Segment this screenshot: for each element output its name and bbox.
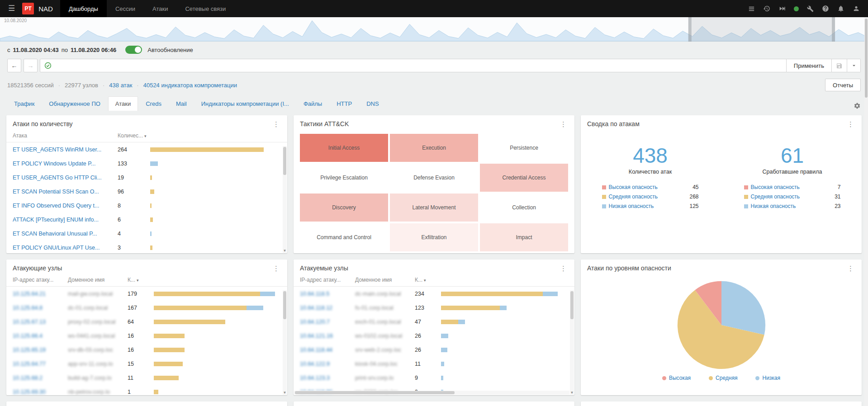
attack-name-link[interactable]: ET USER_AGENTS Go HTTP Cli... xyxy=(13,175,118,181)
user-icon[interactable] xyxy=(853,5,860,12)
node-ip-link[interactable]: 10.125.64.21 xyxy=(13,291,68,297)
node-ip-link[interactable]: 10.125.64.8 xyxy=(13,305,68,311)
card-menu-button[interactable]: ⋮ xyxy=(559,121,568,127)
attack-row: ET POLICY GNU/Linux APT Use...3 xyxy=(6,241,287,253)
tab-8[interactable]: DNS xyxy=(360,97,385,111)
nav-item-2[interactable]: Атаки xyxy=(144,0,176,17)
node-ip-link[interactable]: 10.125.69.30 xyxy=(13,389,68,395)
page-scrollbar[interactable] xyxy=(864,17,868,406)
node-ip-link[interactable]: 10.64.118.44 xyxy=(300,347,355,353)
traffic-timeline[interactable]: 10.08.2020 xyxy=(0,17,868,42)
node-ip-link[interactable]: 10.64.122.9 xyxy=(300,361,355,367)
nav-item-3[interactable]: Сетевые связи xyxy=(176,0,234,17)
attack-name-link[interactable]: ET POLICY Windows Update P... xyxy=(13,161,118,167)
stat-item-3[interactable]: 40524 индикатора компрометации xyxy=(143,82,237,89)
tactic-tile-0[interactable]: Initial Access xyxy=(300,134,388,162)
vertical-scrollbar[interactable]: ▼ xyxy=(570,290,574,395)
tactic-tile-1[interactable]: Execution xyxy=(390,134,478,162)
tab-5[interactable]: Индикаторы компрометации (I... xyxy=(194,97,296,111)
tactic-tile-5[interactable]: Credential Access xyxy=(480,164,568,192)
node-ip-link[interactable]: 10.125.65.19 xyxy=(13,347,68,353)
attack-name-link[interactable]: ET POLICY GNU/Linux APT Use... xyxy=(13,245,118,251)
node-ip-link[interactable]: 10.125.67.13 xyxy=(13,319,68,325)
tab-0[interactable]: Трафик xyxy=(7,97,41,111)
node-ip-link[interactable]: 10.125.66.4 xyxy=(13,333,68,339)
card-menu-button[interactable]: ⋮ xyxy=(846,265,855,272)
card-menu-button[interactable]: ⋮ xyxy=(846,121,855,127)
col-ip[interactable]: IP-адрес атаку... xyxy=(300,277,355,283)
tactic-tile-3[interactable]: Privilege Escalation xyxy=(300,164,388,192)
help-icon[interactable] xyxy=(822,5,829,12)
filter-forward-button[interactable]: → xyxy=(24,59,38,72)
col-count[interactable]: Количес...▾ xyxy=(118,132,150,139)
col-domain[interactable]: Доменное имя xyxy=(68,277,128,283)
history-icon[interactable] xyxy=(763,5,770,12)
skip-forward-icon[interactable] xyxy=(778,5,786,12)
card-menu-button[interactable]: ⋮ xyxy=(271,265,281,272)
col-domain[interactable]: Доменное имя xyxy=(355,277,415,283)
vertical-scrollbar[interactable]: ▼ xyxy=(283,146,287,253)
node-ip-link[interactable]: 10.125.64.77 xyxy=(13,361,68,367)
filter-query-input[interactable] xyxy=(55,62,782,69)
node-ip-link[interactable]: 10.64.118.5 xyxy=(300,291,355,297)
attack-name-link[interactable]: ET SCAN Behavioral Unusual P... xyxy=(13,231,118,237)
attack-name-link[interactable]: ET SCAN Potential SSH Scan O... xyxy=(13,189,118,195)
list-icon[interactable] xyxy=(748,5,755,12)
tab-4[interactable]: Mail xyxy=(169,97,194,111)
pie-legend-item-2[interactable]: Низкая xyxy=(755,375,780,381)
node-ip-link[interactable]: 10.125.68.2 xyxy=(13,375,68,381)
autorefresh-toggle[interactable] xyxy=(125,46,142,54)
tactic-tile-6[interactable]: Discovery xyxy=(300,194,388,222)
stat-item-2[interactable]: 438 атак xyxy=(109,82,132,89)
node-ip-link[interactable]: 10.64.120.7 xyxy=(300,319,355,325)
node-ip-link[interactable]: 10.64.118.12 xyxy=(300,305,355,311)
legend-label[interactable]: Низкая опасность xyxy=(751,203,832,209)
tactic-tile-11[interactable]: Impact xyxy=(480,223,568,251)
col-count[interactable]: К...▾ xyxy=(128,277,154,283)
attack-name-link[interactable]: ATTACK [PTsecurity] ENUM info... xyxy=(13,217,118,223)
node-row: 10.64.121.16ws-0102.corp.local26 xyxy=(294,329,574,343)
legend-label[interactable]: Средняя опасность xyxy=(751,194,832,200)
attack-name-link[interactable]: ET USER_AGENTS WinRM User... xyxy=(13,146,118,153)
filter-dropdown-button[interactable] xyxy=(847,59,861,72)
nav-item-1[interactable]: Сессии xyxy=(107,0,144,17)
legend-label[interactable]: Низкая опасность xyxy=(609,203,687,209)
tactic-tile-7[interactable]: Lateral Movement xyxy=(390,194,478,222)
pie-legend-item-0[interactable]: Высокая xyxy=(662,375,691,381)
tactic-tile-8[interactable]: Collection xyxy=(480,194,568,222)
apply-button[interactable]: Применить xyxy=(787,59,832,72)
reports-button[interactable]: Отчеты xyxy=(825,79,861,91)
node-ip-link[interactable]: 10.64.123.3 xyxy=(300,375,355,381)
tab-1[interactable]: Обнаруженное ПО xyxy=(42,97,107,111)
legend-label[interactable]: Высокая опасность xyxy=(751,184,835,190)
wrench-icon[interactable] xyxy=(807,5,814,12)
card-menu-button[interactable]: ⋮ xyxy=(271,121,281,127)
col-attack[interactable]: Атака xyxy=(13,132,118,139)
tactic-tile-10[interactable]: Exfiltration xyxy=(390,223,478,251)
tab-2[interactable]: Атаки xyxy=(108,96,138,111)
col-count[interactable]: К...▾ xyxy=(415,277,441,283)
tactic-tile-2[interactable]: Persistence xyxy=(480,134,568,162)
hamburger-menu-icon[interactable]: ☰ xyxy=(4,0,19,17)
dashboard-settings-gear-icon[interactable] xyxy=(854,102,861,111)
legend-label[interactable]: Средняя опасность xyxy=(609,194,687,200)
bell-icon[interactable] xyxy=(837,5,844,12)
filter-back-button[interactable]: ← xyxy=(7,59,21,72)
vertical-scrollbar[interactable]: ▼ xyxy=(283,290,287,395)
node-ip-link[interactable]: 10.64.121.16 xyxy=(300,333,355,339)
node-row: 10.125.69.30nb-petrov.corp.lo1 xyxy=(6,385,287,395)
pie-legend-item-1[interactable]: Средняя xyxy=(709,375,737,381)
tactic-tile-9[interactable]: Command and Control xyxy=(300,223,388,251)
tactic-tile-4[interactable]: Defense Evasion xyxy=(390,164,478,192)
attack-name-link[interactable]: ET INFO Observed DNS Query t... xyxy=(13,203,118,209)
col-ip[interactable]: IP-адрес атаку... xyxy=(13,277,68,283)
tab-6[interactable]: Файлы xyxy=(297,97,329,111)
card-menu-button[interactable]: ⋮ xyxy=(559,265,568,272)
tab-7[interactable]: HTTP xyxy=(330,97,359,111)
legend-label[interactable]: Высокая опасность xyxy=(609,184,690,190)
attack-row: ET USER_AGENTS Go HTTP Cli...19 xyxy=(6,170,287,184)
nav-item-0[interactable]: Дашборды xyxy=(60,0,107,17)
tab-3[interactable]: Creds xyxy=(139,97,168,111)
save-filter-button[interactable] xyxy=(832,59,847,72)
horizontal-scrollbar[interactable] xyxy=(294,391,569,395)
